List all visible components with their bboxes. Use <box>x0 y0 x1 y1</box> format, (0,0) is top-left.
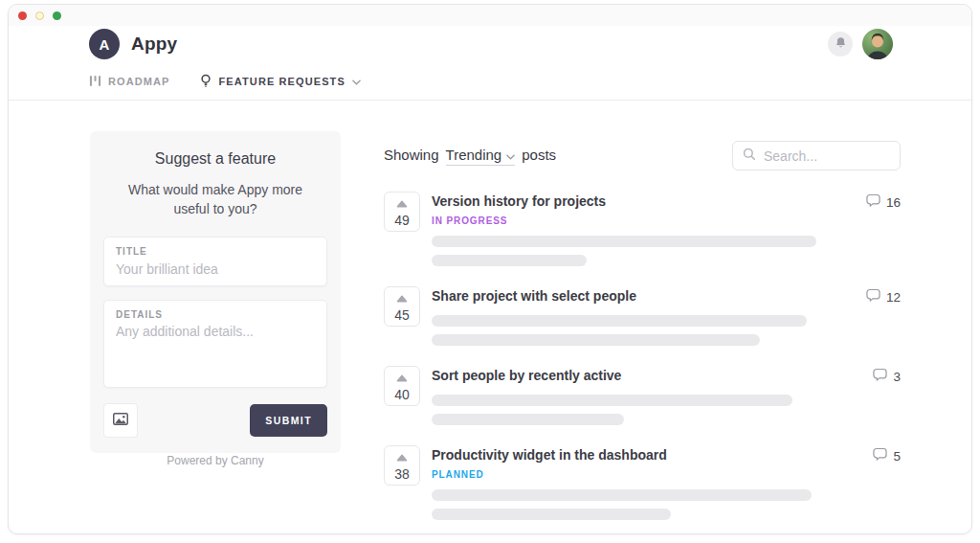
post-title[interactable]: Sort people by recently active <box>432 368 621 383</box>
post-row: 49 Version history for projects 16 IN PR… <box>384 192 901 266</box>
card-subtitle: What would make Appy more useful to you? <box>103 180 327 219</box>
post-row: 38 Productivity widget in the dashboard … <box>384 445 901 520</box>
upvote-button[interactable]: 38 <box>384 445 420 486</box>
showing-line: Showing Trending posts <box>384 147 556 166</box>
tab-feature-requests[interactable]: FEATURE REQUESTS <box>199 74 361 89</box>
title-field[interactable]: TITLE <box>103 237 327 286</box>
comment-count[interactable]: 3 <box>873 368 901 385</box>
comment-count[interactable]: 16 <box>866 193 901 211</box>
bar-chart-icon <box>89 75 101 89</box>
post-title[interactable]: Share project with select people <box>432 288 636 304</box>
placeholder-bar <box>432 255 587 266</box>
lightbulb-icon <box>199 74 212 89</box>
vote-count: 38 <box>394 466 410 482</box>
bell-icon <box>835 36 847 52</box>
tab-roadmap-label: ROADMAP <box>108 76 170 87</box>
comment-icon <box>873 368 887 385</box>
placeholder-bar <box>432 509 671 520</box>
list-header: Showing Trending posts <box>384 141 901 170</box>
comment-icon <box>866 288 880 305</box>
comment-count-value: 16 <box>886 195 901 210</box>
card-title: Suggest a feature <box>103 150 327 168</box>
vote-count: 45 <box>394 307 410 323</box>
powered-by-canny[interactable]: Powered by Canny <box>90 454 341 467</box>
comment-count-value: 12 <box>886 290 901 305</box>
notifications-button[interactable] <box>828 32 853 57</box>
sort-selected: Trending <box>446 147 502 163</box>
upvote-button[interactable]: 49 <box>384 192 420 232</box>
placeholder-bar <box>432 414 624 425</box>
user-avatar[interactable] <box>862 29 893 59</box>
tab-roadmap[interactable]: ROADMAP <box>89 75 170 89</box>
traffic-light-close[interactable] <box>18 11 27 20</box>
comment-icon <box>866 193 880 211</box>
attach-image-button[interactable] <box>103 403 138 438</box>
placeholder-bar <box>432 395 792 406</box>
details-field-label: DETAILS <box>116 309 315 320</box>
chevron-up-icon <box>396 196 408 211</box>
title-input[interactable] <box>116 261 315 277</box>
search-icon <box>743 147 756 165</box>
traffic-light-maximize[interactable] <box>53 11 61 20</box>
placeholder-bar <box>432 489 812 501</box>
chevron-up-icon <box>396 450 408 464</box>
post-row: 45 Share project with select people 12 <box>384 286 901 346</box>
placeholder-bar <box>432 236 816 247</box>
search-input[interactable] <box>764 148 890 164</box>
brand: A Appy <box>89 29 177 59</box>
user-photo <box>862 29 893 59</box>
post-title[interactable]: Version history for projects <box>432 193 606 209</box>
sort-dropdown[interactable]: Trending <box>446 147 516 166</box>
app-name: Appy <box>131 34 177 55</box>
comment-icon <box>873 447 887 464</box>
traffic-light-minimize[interactable] <box>35 11 44 20</box>
comment-count[interactable]: 12 <box>866 288 901 305</box>
header-divider <box>9 100 971 101</box>
tab-feature-requests-label: FEATURE REQUESTS <box>219 76 345 87</box>
chevron-down-icon <box>506 147 515 163</box>
search-box[interactable] <box>732 141 901 170</box>
image-icon <box>113 413 128 428</box>
post-title[interactable]: Productivity widget in the dashboard <box>432 447 667 463</box>
post-row: 40 Sort people by recently active 3 <box>384 366 901 425</box>
status-badge: IN PROGRESS <box>432 215 901 226</box>
suggest-feature-card: Suggest a feature What would make Appy m… <box>90 131 341 453</box>
placeholder-bar <box>432 315 807 327</box>
app-window: A Appy <box>8 4 972 534</box>
chevron-up-icon <box>396 371 408 385</box>
details-input[interactable] <box>116 324 315 375</box>
window-titlebar <box>9 5 971 26</box>
showing-suffix: posts <box>522 147 556 163</box>
upvote-button[interactable]: 40 <box>384 366 420 406</box>
details-field[interactable]: DETAILS <box>103 300 327 388</box>
app-logo: A <box>89 29 120 59</box>
card-actions: SUBMIT <box>103 403 327 438</box>
chevron-up-icon <box>396 291 408 305</box>
submit-button[interactable]: SUBMIT <box>250 404 327 437</box>
vote-count: 49 <box>394 213 410 228</box>
title-field-label: TITLE <box>116 246 315 257</box>
status-badge: PLANNED <box>432 469 901 480</box>
comment-count[interactable]: 5 <box>873 447 901 464</box>
header-actions <box>828 29 893 59</box>
logo-letter: A <box>100 36 110 53</box>
primary-nav: ROADMAP FEATURE REQUESTS <box>89 74 361 89</box>
showing-prefix: Showing <box>384 147 439 163</box>
chevron-down-icon <box>352 76 361 87</box>
vote-count: 40 <box>394 387 410 402</box>
posts-column: Showing Trending posts <box>384 141 901 534</box>
upvote-button[interactable]: 45 <box>384 286 420 327</box>
placeholder-bar <box>432 334 760 346</box>
comment-count-value: 3 <box>893 370 901 384</box>
comment-count-value: 5 <box>893 449 901 464</box>
